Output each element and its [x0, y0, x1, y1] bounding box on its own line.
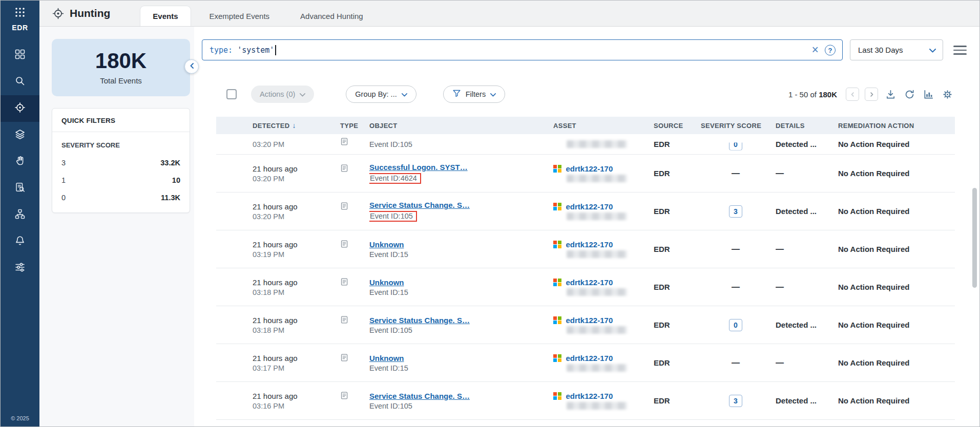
quick-filters-card: QUICK FILTERS SEVERITY SCORE 3 33.2K 1 1…	[52, 108, 190, 213]
tab-exempted-events[interactable]: Exempted Events	[197, 6, 282, 26]
table-header: DETECTED↓ TYPE OBJECT ASSET SOURCE SEVER…	[216, 117, 955, 134]
sidebar-item-dashboard[interactable]	[1, 42, 39, 69]
header-remediation-action[interactable]: REMEDIATION ACTION	[838, 122, 955, 130]
details-value: —	[776, 169, 833, 178]
clear-query-icon[interactable]: ×	[812, 44, 819, 56]
object-link[interactable]: Unknown	[369, 354, 546, 362]
asset-link[interactable]: edrtk122-170	[566, 354, 613, 362]
download-icon[interactable]	[884, 88, 897, 101]
object-link[interactable]: Service Status Change. S…	[369, 201, 546, 209]
header-source[interactable]: SOURCE	[654, 122, 701, 130]
source-value: EDR	[654, 140, 696, 148]
help-icon[interactable]: ?	[825, 45, 836, 55]
select-all-checkbox[interactable]	[226, 89, 237, 99]
left-panel: 180K Total Events QUICK FILTERS SEVERITY…	[39, 27, 194, 426]
group-by-button[interactable]: Group By: ...	[346, 86, 416, 103]
refresh-icon[interactable]	[903, 88, 916, 101]
severity-filter-0[interactable]: 0 11.3K	[52, 189, 190, 206]
actions-button[interactable]: Actions (0)	[251, 86, 314, 103]
details-cell: —	[776, 230, 838, 268]
previous-page-button[interactable]	[846, 88, 859, 101]
menu-icon[interactable]	[953, 46, 967, 55]
gear-icon[interactable]	[941, 88, 954, 101]
asset-link[interactable]: edrtk122-170	[566, 392, 613, 400]
vertical-scrollbar[interactable]	[972, 118, 977, 422]
type-cell	[340, 155, 369, 192]
header-details[interactable]: DETAILS	[776, 122, 838, 130]
table-row[interactable]: 21 hours ago 03:18 PM Service Status Cha…	[216, 306, 955, 344]
detected-relative: 21 hours ago	[253, 240, 335, 249]
redacted-text	[567, 402, 627, 410]
sidebar-item-hand[interactable]	[1, 148, 39, 175]
header-object[interactable]: OBJECT	[369, 122, 553, 130]
scrollbar-thumb[interactable]	[972, 188, 977, 288]
source-value: EDR	[654, 207, 696, 216]
asset-link[interactable]: edrtk122-170	[566, 278, 613, 287]
text-cursor	[275, 45, 276, 55]
remediation-value: No Action Required	[838, 396, 950, 405]
header-severity-score[interactable]: SEVERITY SCORE	[701, 122, 776, 130]
sort-desc-icon: ↓	[292, 121, 296, 130]
severity-filter-1[interactable]: 1 10	[52, 172, 190, 189]
sidebar-item-notifications[interactable]	[1, 228, 39, 255]
sidebar-item-search[interactable]	[1, 69, 39, 95]
table-row[interactable]: 03:20 PM Event ID:105 edrtk122-170 EDR 0…	[216, 134, 955, 155]
table-row[interactable]: 21 hours ago 03:16 PM Service Status Cha…	[216, 382, 955, 420]
filters-label: Filters	[466, 90, 486, 98]
event-id: Event ID:15	[369, 288, 408, 296]
query-input[interactable]: type: 'system' × ?	[202, 39, 843, 60]
table-row[interactable]: 21 hours ago 03:17 PM Unknown Event ID:1…	[216, 344, 955, 382]
remediation-value: No Action Required	[838, 321, 950, 329]
row-lead-cell	[216, 382, 253, 419]
details-value: —	[776, 358, 833, 368]
detected-time: 03:19 PM	[253, 250, 335, 259]
sidebar-item-forensics[interactable]	[1, 175, 39, 202]
detected-time: 03:18 PM	[253, 288, 335, 296]
tab-events[interactable]: Events	[140, 6, 191, 26]
object-link[interactable]: Unknown	[369, 240, 546, 249]
table-row[interactable]: 21 hours ago 03:19 PM Unknown Event ID:1…	[216, 230, 955, 268]
event-log-icon	[340, 137, 364, 148]
sidebar-item-stack[interactable]	[1, 122, 39, 148]
object-link[interactable]: Unknown	[369, 278, 546, 287]
details-cell: Detected ...	[776, 382, 838, 419]
severity-filter-3[interactable]: 3 33.2K	[52, 154, 190, 172]
windows-icon	[553, 165, 561, 173]
time-range-select[interactable]: Last 30 Days	[850, 39, 943, 60]
header-type[interactable]: TYPE	[340, 122, 369, 130]
object-cell: Service Status Change. S… Event ID:105	[369, 193, 553, 230]
next-page-button[interactable]	[865, 88, 878, 101]
object-link[interactable]: Successful Logon. SYST…	[369, 163, 546, 172]
asset-link[interactable]: edrtk122-170	[566, 316, 613, 325]
sidebar-item-hunting[interactable]	[1, 95, 39, 122]
severity-badge: 0	[729, 138, 742, 151]
source-value: EDR	[654, 396, 696, 405]
header-detected[interactable]: DETECTED↓	[253, 121, 340, 130]
table-row[interactable]: 21 hours ago 03:18 PM Unknown Event ID:1…	[216, 268, 955, 306]
forensics-icon	[14, 182, 26, 195]
hand-icon	[14, 155, 26, 168]
remediation-cell: No Action Required	[838, 344, 955, 381]
filters-button[interactable]: Filters	[443, 86, 505, 103]
detected-cell: 21 hours ago 03:20 PM	[253, 155, 340, 192]
app-launcher-icon[interactable]	[14, 7, 26, 20]
asset-link[interactable]: edrtk122-170	[566, 240, 613, 249]
sidebar-item-settings[interactable]	[1, 255, 39, 282]
table-row[interactable]: 21 hours ago 03:20 PM Successful Logon. …	[216, 155, 955, 193]
severity-cell: —	[701, 155, 776, 192]
header-asset[interactable]: ASSET	[553, 122, 654, 130]
windows-icon	[553, 392, 561, 400]
asset-link[interactable]: edrtk122-170	[566, 164, 613, 173]
detected-relative: 21 hours ago	[253, 278, 335, 287]
collapse-panel-button[interactable]	[184, 59, 199, 74]
sidebar-item-network[interactable]	[1, 202, 39, 228]
detected-cell: 21 hours ago 03:20 PM	[253, 193, 340, 230]
object-link[interactable]: Service Status Change. S…	[369, 316, 546, 325]
remediation-value: No Action Required	[838, 169, 950, 178]
severity-badge: —	[729, 167, 742, 180]
table-row[interactable]: 21 hours ago 03:20 PM Service Status Cha…	[216, 193, 955, 230]
asset-link[interactable]: edrtk122-170	[566, 202, 613, 211]
object-link[interactable]: Service Status Change. S…	[369, 392, 546, 400]
chart-icon[interactable]	[922, 88, 935, 101]
tab-advanced-hunting[interactable]: Advanced Hunting	[288, 6, 376, 26]
